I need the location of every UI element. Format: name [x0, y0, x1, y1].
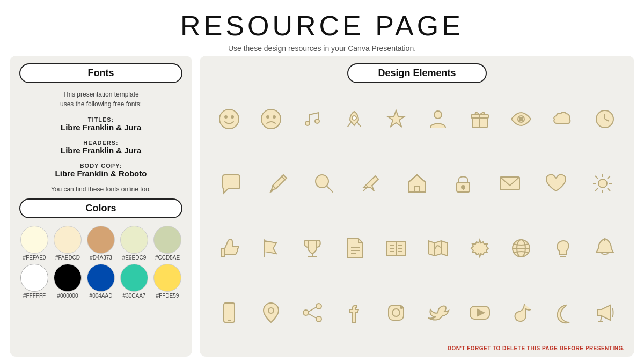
- svg-line-35: [608, 176, 610, 179]
- person-icon: [420, 104, 456, 135]
- icon-row-4: [209, 297, 625, 328]
- sad-face-icon: [253, 104, 289, 135]
- swatch-ffffff: [20, 264, 48, 292]
- svg-point-3: [261, 109, 281, 129]
- titles-font-row: TITLES: Libre Franklin & Jura: [19, 116, 182, 132]
- colors-grid: #FEFAE0 #FAEDCD #D4A373 #E9EDC9 #CCD5AE: [19, 226, 182, 299]
- trophy-icon: [294, 233, 331, 264]
- titles-label: TITLES:: [19, 116, 182, 123]
- color-row-2: #FFFFFF #000000 #004AAD #30CAA7 #FFDE59: [19, 264, 182, 299]
- search-icon: [306, 168, 342, 199]
- colors-label: Colors: [19, 198, 182, 218]
- footer-note: DON'T FORGET TO DELETE THIS PAGE BEFORE …: [209, 345, 625, 351]
- svg-point-65: [316, 316, 321, 322]
- color-swatch-000000: #000000: [54, 264, 82, 299]
- color-swatch-ccd5ae: #CCD5AE: [153, 226, 181, 261]
- svg-point-15: [519, 117, 523, 121]
- swatch-e9edc9: [120, 226, 148, 254]
- swatch-d4a373: [87, 226, 115, 254]
- color-swatch-faedcd: #FAEDCD: [54, 226, 82, 261]
- svg-line-34: [608, 188, 610, 191]
- svg-line-20: [327, 187, 333, 192]
- svg-point-70: [400, 306, 402, 308]
- svg-rect-23: [414, 187, 420, 192]
- cloud-icon: [545, 104, 581, 135]
- svg-point-28: [598, 179, 607, 188]
- pin-icon: [353, 168, 389, 199]
- svg-point-6: [305, 121, 310, 125]
- location-pin-icon: [253, 297, 289, 328]
- youtube-icon: [462, 297, 498, 328]
- svg-point-4: [267, 116, 269, 118]
- swatch-000000: [54, 264, 82, 292]
- headers-font-row: HEADERS: Libre Franklin & Jura: [19, 139, 182, 155]
- swatch-004aad: [87, 264, 115, 292]
- svg-point-25: [462, 186, 465, 189]
- clock-icon: [587, 104, 623, 135]
- design-elements-label: Design Elements: [347, 63, 487, 83]
- envelope-icon: [492, 168, 528, 199]
- svg-rect-60: [224, 303, 235, 322]
- svg-marker-50: [428, 241, 448, 256]
- svg-point-0: [219, 109, 239, 129]
- house-icon: [399, 168, 435, 199]
- svg-point-5: [273, 116, 275, 118]
- headers-font: Libre Franklin & Jura: [19, 146, 182, 155]
- color-swatch-d4a373: #D4A373: [87, 226, 115, 261]
- svg-point-62: [268, 308, 274, 313]
- document-icon: [336, 233, 372, 264]
- thumbs-up-icon: [211, 233, 247, 264]
- share-icon: [294, 297, 331, 328]
- body-label: BODY COPY:: [19, 162, 182, 169]
- bell-icon: [587, 233, 623, 264]
- headers-label: HEADERS:: [19, 139, 182, 146]
- twitter-icon: [420, 297, 456, 328]
- moon-icon: [545, 297, 581, 328]
- flag-icon: [253, 233, 289, 264]
- body-font: Libre Franklin & Roboto: [19, 169, 182, 178]
- pencil-icon: [260, 168, 296, 199]
- heart-icon: [538, 168, 574, 199]
- gift-icon: [462, 104, 498, 135]
- eye-icon: [503, 104, 539, 135]
- music-note-icon: [294, 104, 331, 135]
- globe-icon: [503, 233, 539, 264]
- swatch-ffde59: [153, 264, 181, 292]
- svg-line-33: [595, 176, 598, 179]
- swatch-ccd5ae: [153, 226, 181, 254]
- chat-bubble-icon: [213, 168, 250, 199]
- color-swatch-ffde59: #FFDE59: [153, 264, 181, 299]
- icon-row-2: [209, 168, 625, 199]
- map-icon: [420, 233, 456, 264]
- fonts-label: Fonts: [19, 63, 182, 83]
- page-subtitle: Use these design resources in your Canva…: [180, 44, 464, 53]
- svg-point-10: [434, 111, 442, 119]
- sun-icon: [584, 168, 621, 199]
- icon-row-3: [209, 233, 625, 264]
- rocket-icon: [336, 104, 372, 135]
- gear-icon: [462, 233, 498, 264]
- svg-point-19: [316, 175, 328, 188]
- svg-line-66: [309, 307, 316, 312]
- titles-font: Libre Franklin & Jura: [19, 123, 182, 132]
- page-header: RESOURCE PAGE Use these design resources…: [180, 0, 464, 56]
- color-swatch-004aad: #004AAD: [87, 264, 115, 299]
- main-content: Fonts This presentation templateuses the…: [0, 56, 644, 362]
- lightbulb-icon: [545, 233, 581, 264]
- svg-point-1: [225, 116, 227, 118]
- font-find-text: You can find these fonts online too.: [19, 186, 182, 193]
- svg-line-36: [595, 188, 598, 191]
- instagram-icon: [378, 297, 414, 328]
- megaphone-icon: [587, 297, 623, 328]
- svg-point-8: [352, 116, 356, 120]
- svg-point-63: [316, 304, 321, 309]
- lock-icon: [445, 168, 481, 199]
- svg-point-2: [231, 116, 233, 118]
- left-panel: Fonts This presentation templateuses the…: [10, 56, 192, 357]
- facebook-icon: [336, 297, 372, 328]
- color-row-1: #FEFAE0 #FAEDCD #D4A373 #E9EDC9 #CCD5AE: [19, 226, 182, 261]
- svg-line-73: [601, 316, 602, 321]
- svg-point-64: [303, 310, 309, 315]
- color-swatch-ffffff: #FFFFFF: [20, 264, 48, 299]
- icon-row-1: [209, 104, 625, 135]
